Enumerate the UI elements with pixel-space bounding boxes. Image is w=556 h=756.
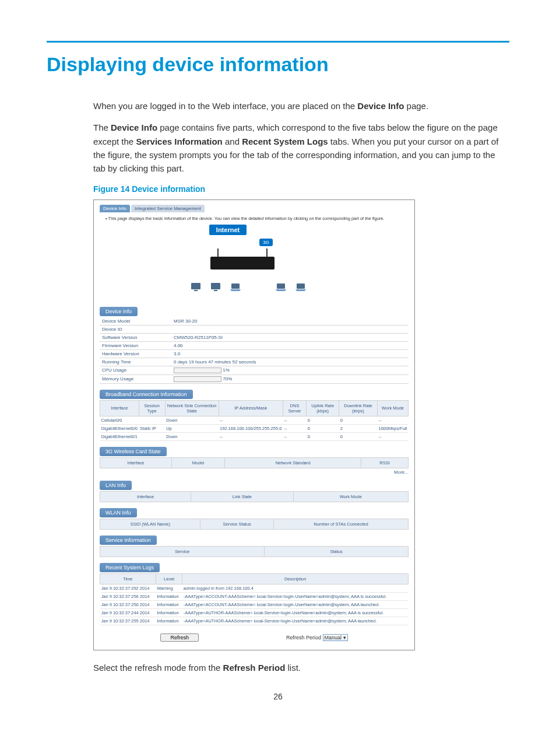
page-hint: • This page displays the basic informati… <box>105 216 409 221</box>
kv-key: Firmware Version <box>100 341 171 349</box>
column-header: Interface <box>100 457 172 468</box>
laptop-icon <box>295 281 307 293</box>
column-header: Model <box>171 457 224 468</box>
refresh-period-select[interactable]: Manual ▾ <box>323 634 348 641</box>
column-header: Work Mode <box>293 491 409 502</box>
closing-paragraph: Select the refresh mode from the Refresh… <box>93 661 509 674</box>
router-icon <box>210 257 275 270</box>
column-header: Uplink Rate (kbps) <box>307 400 339 416</box>
laptop-icon <box>275 281 287 293</box>
column-header: Interface <box>100 491 191 502</box>
wireless-table: InterfaceModelNetwork StandardRSSI <box>100 457 409 468</box>
column-header: SSID (WLAN Name) <box>100 519 200 529</box>
table-row: Jan 9 10:32:37:292 2014Warningadmin logg… <box>100 584 409 592</box>
device-info-table: Device ModelMSR 30-20Device IDSoftware V… <box>100 317 409 384</box>
svg-rect-0 <box>191 283 200 289</box>
figure-caption: Figure 14 Device information <box>93 183 509 196</box>
section-pill-lan[interactable]: LAN Info <box>100 481 132 490</box>
column-header: Status <box>265 546 409 556</box>
kv-value: CMW520-R2511P05-SI <box>171 333 409 341</box>
column-header: Downlink Rate (kbps) <box>339 400 378 416</box>
kv-key: Device Model <box>100 317 171 326</box>
memory-usage-label: Memory Usage <box>100 374 171 383</box>
table-row: GigabitEthernet0/1Down----00-- <box>100 432 409 440</box>
refresh-period-group: Refresh Period Manual ▾ <box>286 635 348 640</box>
cpu-usage-label: CPU Usage <box>100 366 171 374</box>
column-header: Number of STAs Connected <box>273 519 408 529</box>
kv-value: 3.0 <box>171 349 409 358</box>
tab-ism[interactable]: Integrated Service Management <box>131 205 205 212</box>
column-header: Description <box>182 573 409 584</box>
table-row: Jan 9 10:32:37:255 2014Information-AAATy… <box>100 617 409 625</box>
column-header: Service <box>100 546 265 556</box>
kv-value: 0 days 19 hours 47 minutes 52 seconds <box>171 358 409 366</box>
section-pill-device-info[interactable]: Device Info <box>100 307 138 316</box>
svg-rect-2 <box>211 283 220 289</box>
laptop-icon <box>230 281 241 293</box>
column-header: IP Address/Mask <box>219 400 283 416</box>
svg-rect-6 <box>297 284 305 289</box>
column-header: Service Status <box>200 519 273 529</box>
table-row: Jan 9 10:32:37:244 2014Information-AAATy… <box>100 608 409 617</box>
column-header: RSSI <box>361 457 409 468</box>
internet-label: Internet <box>209 225 247 235</box>
logs-table: TimeLevelDescription Jan 9 10:32:37:292 … <box>100 573 409 625</box>
table-row: GigabitEthernet0/0Static IPUp192.168.100… <box>100 424 409 432</box>
kv-value: MSR 30-20 <box>171 317 409 326</box>
page-number: 26 <box>47 692 509 701</box>
more-link[interactable]: More... <box>100 470 409 475</box>
kv-value: 4.00 <box>171 341 409 349</box>
column-header: Work Mode <box>377 400 408 416</box>
intro-paragraph-2: The Device Info page contains five parts… <box>93 121 509 175</box>
desktop-icon <box>210 281 221 293</box>
kv-key: Device ID <box>100 325 171 333</box>
column-header: Time <box>100 573 156 584</box>
section-pill-service[interactable]: Service Information <box>100 536 157 545</box>
intro-paragraph-1: When you are logged in to the Web interf… <box>93 99 509 113</box>
column-header: Network Side Connection State <box>165 400 219 416</box>
desktop-icon <box>190 281 202 293</box>
section-pill-wlan[interactable]: WLAN Info <box>100 508 137 517</box>
kv-value <box>171 325 409 333</box>
svg-rect-5 <box>277 284 285 289</box>
service-table: ServiceStatus <box>100 546 409 557</box>
kv-key: Running Time <box>100 358 171 366</box>
column-header: Session Type <box>139 400 165 416</box>
column-header: Interface <box>100 400 139 416</box>
column-header: Level <box>156 573 182 584</box>
kv-key: Software Version <box>100 333 171 341</box>
section-pill-logs[interactable]: Recent System Logs <box>100 563 160 572</box>
table-row: Jan 9 10:32:37:250 2014Information-AAATy… <box>100 600 409 608</box>
column-header: DNS Server <box>283 400 306 416</box>
table-row: Cellular0/0Down----00-- <box>100 416 409 424</box>
tab-device-info[interactable]: Device Info <box>100 205 130 212</box>
svg-rect-4 <box>231 284 240 289</box>
three-g-badge: 3G <box>259 239 273 246</box>
kv-key: Hardware Version <box>100 349 171 358</box>
column-header: Link State <box>191 491 293 502</box>
page-title: Displaying device information <box>47 53 509 76</box>
lan-table: InterfaceLink StateWork Mode <box>100 491 409 502</box>
wlan-table: SSID (WLAN Name)Service StatusNumber of … <box>100 519 409 530</box>
section-pill-wireless[interactable]: 3G Wireless Card State <box>100 447 167 456</box>
svg-rect-3 <box>214 290 217 291</box>
refresh-button[interactable]: Refresh <box>160 634 199 642</box>
column-header: Network Standard <box>225 457 361 468</box>
section-pill-broadband[interactable]: Broadband Connection Information <box>100 390 193 399</box>
topology-diagram[interactable]: Internet 3G <box>100 225 409 293</box>
figure-screenshot: Device Info Integrated Service Managemen… <box>93 200 415 650</box>
table-row: Jan 9 10:32:37:256 2014Information-AAATy… <box>100 592 409 600</box>
svg-rect-1 <box>194 290 198 291</box>
broadband-table: InterfaceSession TypeNetwork Side Connec… <box>100 400 409 441</box>
